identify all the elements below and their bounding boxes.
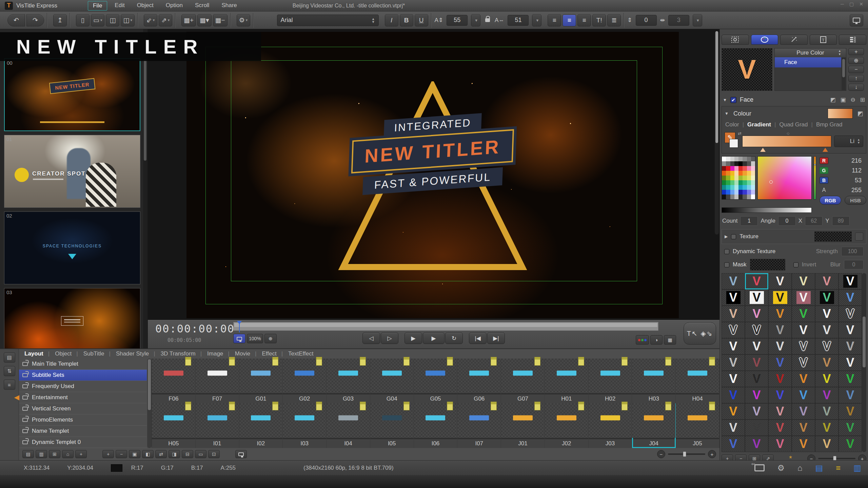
hue-marker[interactable]: [814, 164, 816, 165]
angle-field[interactable]: 0: [778, 216, 796, 226]
v-style-cell[interactable]: V: [815, 371, 839, 387]
face-subtract-icon[interactable]: ⊖: [851, 96, 855, 103]
collapse-colour-icon[interactable]: ▼: [725, 111, 729, 116]
palette-swatch[interactable]: [722, 166, 726, 171]
colour-tab-quad-grad[interactable]: Quad Grad: [778, 121, 808, 128]
palette-swatch[interactable]: [743, 190, 747, 195]
grid-monitor-button[interactable]: [235, 450, 247, 458]
timeline-cell-i06[interactable]: I06: [414, 403, 458, 448]
v-style-cell[interactable]: V: [768, 403, 792, 420]
palette-swatch[interactable]: [743, 180, 747, 185]
colour-tab-color[interactable]: Color: [725, 121, 740, 128]
timeline-cell-f06[interactable]: F06: [152, 359, 196, 403]
sv-marker[interactable]: [769, 180, 773, 184]
fit-view-button[interactable]: [233, 334, 245, 343]
face-fill-mode-icon[interactable]: ◩: [830, 96, 835, 103]
v-style-cell[interactable]: V: [792, 403, 815, 420]
timeline-cell-g03[interactable]: G03: [327, 359, 370, 403]
gradient-midpoint-marker[interactable]: ◇: [787, 131, 790, 135]
v-style-cell[interactable]: V: [722, 322, 745, 338]
timeline-cell-g06[interactable]: G06: [457, 359, 501, 403]
v-style-cell[interactable]: V: [745, 403, 768, 420]
add-layer-copy-button[interactable]: ⊕: [848, 57, 864, 64]
palette-swatch[interactable]: [730, 161, 734, 166]
row-size-field[interactable]: 51: [508, 15, 529, 26]
red-value[interactable]: 216: [851, 157, 866, 164]
palette-swatch[interactable]: [722, 176, 726, 180]
close-button[interactable]: ✕: [859, 1, 863, 7]
save-as-button[interactable]: ◫▾: [121, 14, 134, 26]
insert-clip-button[interactable]: ▦▾: [197, 14, 212, 26]
home-icon[interactable]: ⌂: [797, 463, 803, 473]
palette-swatch[interactable]: [747, 195, 751, 199]
palette-swatch[interactable]: [734, 157, 738, 161]
palette-swatch[interactable]: [738, 161, 743, 166]
interpolation-select[interactable]: Li ▲▼: [834, 136, 863, 147]
tab-layer-order[interactable]: [839, 35, 866, 45]
palette-swatch[interactable]: [738, 190, 743, 195]
v-style-cell[interactable]: V: [722, 273, 745, 289]
category-entertainment[interactable]: Entertainment: [19, 392, 147, 403]
library-tab-subtitle[interactable]: SubTitle: [81, 350, 113, 357]
v-style-cell[interactable]: V: [745, 306, 768, 322]
move-layer-up-button[interactable]: ↑: [848, 75, 864, 82]
v-style-cell[interactable]: V: [792, 306, 815, 322]
category-subtitle-sets[interactable]: Subtitle Sets: [19, 370, 147, 381]
v-style-cell[interactable]: V: [792, 354, 815, 371]
panel-toggle-list-button[interactable]: ≡: [4, 380, 15, 390]
texture-browse-button[interactable]: [855, 232, 863, 241]
category-promoelements[interactable]: PromoElements: [19, 414, 147, 426]
v-style-cell[interactable]: V: [745, 273, 768, 289]
collapse-panel-arrow-icon[interactable]: ◀: [14, 393, 19, 401]
clipboard-icon[interactable]: ▥: [853, 463, 861, 473]
panel-toggle-layers-button[interactable]: ▤: [4, 352, 15, 363]
palette-swatch[interactable]: [734, 185, 738, 190]
timeline-cell-h03[interactable]: H03: [632, 359, 676, 403]
bold-button[interactable]: B: [400, 14, 413, 26]
list-home-button[interactable]: ⌂: [62, 450, 74, 458]
grid-target-button[interactable]: ⊡: [208, 450, 220, 458]
v-style-cell[interactable]: V: [839, 306, 862, 322]
grid-delete-button[interactable]: ⊟: [182, 450, 193, 458]
v-style-cell[interactable]: V: [792, 420, 815, 436]
timeline-align-icon[interactable]: ≡: [836, 463, 841, 473]
v-style-cell[interactable]: V: [722, 354, 745, 371]
palette-swatch[interactable]: [726, 166, 730, 171]
palette-swatch[interactable]: [722, 195, 726, 199]
palette-swatch[interactable]: [743, 176, 747, 180]
library-tab-texteffect[interactable]: TextEffect: [285, 350, 316, 357]
palette-swatch[interactable]: [734, 180, 738, 185]
palette-swatch[interactable]: [738, 195, 743, 199]
font-family-select[interactable]: Arial ▲▼: [277, 15, 379, 26]
palette-swatch[interactable]: [751, 176, 755, 180]
list-remove-button[interactable]: ▥: [36, 450, 47, 458]
gradient-bar[interactable]: [742, 136, 831, 147]
grid-edit-button[interactable]: ◧: [142, 450, 154, 458]
thumbnail-02[interactable]: 02 SPACE TECHNOLOGIES: [4, 211, 140, 284]
v-style-cell[interactable]: V: [722, 436, 745, 452]
palette-swatch[interactable]: [726, 176, 730, 180]
prev-frame-button[interactable]: ◁: [362, 332, 380, 344]
library-tab-effect[interactable]: Effect: [259, 350, 286, 357]
send-to-editor-button[interactable]: T↖ ◈⇘: [684, 322, 716, 345]
palette-swatch[interactable]: [751, 171, 755, 176]
grid-frame-button[interactable]: ▭: [195, 450, 206, 458]
align-center-button[interactable]: ≡: [563, 14, 576, 26]
palette-swatch[interactable]: [726, 195, 730, 199]
v-style-cell[interactable]: V: [839, 371, 862, 387]
maximize-button[interactable]: ▢: [849, 1, 854, 7]
category-dynamic-templet-0[interactable]: Dynamic Templet 0: [19, 437, 147, 448]
align-left-button[interactable]: ≡: [548, 14, 561, 26]
palette-swatch[interactable]: [747, 157, 751, 161]
palette-swatch[interactable]: [734, 195, 738, 199]
title-badge-group[interactable]: INTEGRATED NEW TITLER FAST & POWERFUL: [338, 81, 528, 271]
v-style-cell[interactable]: V: [768, 273, 792, 289]
v-style-cell[interactable]: V: [815, 403, 839, 420]
y-field[interactable]: 89: [832, 216, 850, 226]
palette-swatch[interactable]: [747, 176, 751, 180]
zoom-in-icon[interactable]: +: [708, 450, 716, 458]
blue-value[interactable]: 53: [855, 177, 866, 184]
expand-texture-icon[interactable]: ▶: [725, 234, 728, 239]
v-style-cell[interactable]: V: [792, 322, 815, 338]
library-tab-3d-transform[interactable]: 3D Transform: [158, 350, 204, 357]
